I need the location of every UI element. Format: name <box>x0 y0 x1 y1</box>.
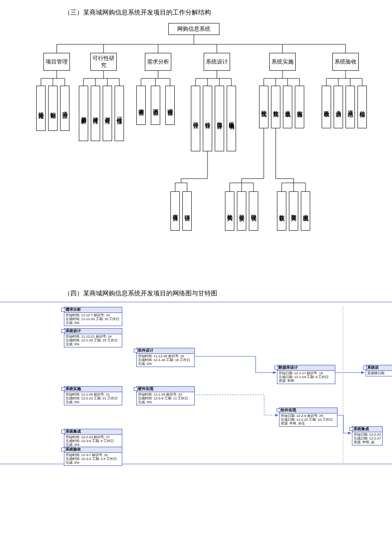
collapse-icon[interactable]: - <box>61 430 65 434</box>
wbs-fs-3: 资金可行性 <box>103 86 112 141</box>
wbs-rq-1: 问卷调查 <box>136 86 146 125</box>
wbs-si-1: 硬件实现 <box>259 86 268 128</box>
wbs-fs-2: 技术可行性 <box>91 86 100 141</box>
wbs-hwi-2: 硬件安装 <box>237 191 246 231</box>
wbs-swd-1: 概要设计 <box>170 191 180 231</box>
wbs-sd-3: 数据库设计 <box>215 86 224 151</box>
wbs-l1-sd: 系统设计 <box>204 53 230 71</box>
wbs-sa-1: 系统验收 <box>322 86 331 128</box>
wbs-swi-3: 系统测试 <box>301 191 310 231</box>
wbs-swi-2: 数据导入 <box>289 191 298 231</box>
collapse-icon[interactable]: - <box>61 448 65 451</box>
wbs-tree: 网购信息系统 项目管理 可行性研究 需求分析 系统设计 系统实施 系统验收 选择… <box>0 21 392 281</box>
collapse-icon[interactable]: - <box>61 387 65 391</box>
net-node-hwi: - 硬件实现 开始时间: 12-1-25 标识号: 22完成时间: 12-2-8… <box>136 386 195 405</box>
wbs-l1-feas: 可行性研究 <box>90 53 117 71</box>
collapse-icon[interactable]: - <box>363 366 367 370</box>
wbs-sd-2: 软件设计 <box>203 86 212 151</box>
section3-title: （三）某商城网购信息系统开发项目的工作分解结构 <box>64 9 392 17</box>
wbs-hwi-3: 硬件调试 <box>249 191 258 231</box>
wbs-pm-1: 选择方法论 <box>36 86 46 131</box>
wbs-l1-si: 系统实施 <box>269 53 296 71</box>
wbs-pm-3: 项目监控 <box>60 86 69 131</box>
net-node-sa: - 系统验收 开始时间: 12-3-7 标识号: 32完成时间: 12-3-9 … <box>64 447 122 466</box>
network-arrows <box>0 302 392 468</box>
wbs-l1-req: 需求分析 <box>145 53 171 71</box>
section4-title: （四）某商城网购信息系统开发项目的网络图与甘特图 <box>64 289 392 298</box>
wbs-hwi-1: 硬件购买 <box>225 191 234 231</box>
wbs-rq-2: 网上调查 <box>151 86 160 125</box>
net-node-sd: - 系统设计 开始时间: 11-12-21 标识号: 14完成时间: 12-1-… <box>64 328 122 347</box>
wbs-l1-pm: 项目管理 <box>43 53 70 71</box>
net-node-sdm: - 系统设 里程碑日期 <box>366 365 392 376</box>
wbs-sd-4: 系统设计说明书 <box>227 86 236 151</box>
net-node-dbd: - 数据库设计 开始日期: 12-1-17 标识号: 19完成日期: 12-1-… <box>277 365 335 384</box>
net-node-req: - 需求分析 开始时间: 11-12-7 标识号: 10完成时间: 11-12-… <box>64 307 122 326</box>
wbs-fs-4: 可行性报告 <box>115 86 124 141</box>
net-node-sintm: - 系统集成 开始日期: 12-2-23 完成日期: 12-2-27 资源: 李… <box>352 426 383 445</box>
wbs-l1-sa: 系统验收 <box>332 53 359 71</box>
collapse-icon[interactable]: - <box>277 408 280 412</box>
net-node-swi: - 软件实现 开始日期: 12-2-9 标识号: 25完成日期: 12-2-22… <box>279 408 337 427</box>
network-diagram: - 需求分析 开始时间: 11-12-7 标识号: 10完成时间: 11-12-… <box>0 302 392 471</box>
wbs-rq-3: 调查报告 <box>165 86 175 125</box>
collapse-icon[interactable]: - <box>274 366 278 370</box>
collapse-icon[interactable]: - <box>134 387 138 391</box>
net-node-swd: - 软件设计 开始时间: 11-12-28 标识号: 16完成时间: 12-1-… <box>136 348 195 367</box>
collapse-icon[interactable]: - <box>61 329 65 333</box>
net-node-sint: - 系统集成 开始时间: 12-2-23 标识号: 27完成时间: 12-3-6… <box>64 429 122 448</box>
wbs-sd-1: 硬件设计 <box>191 86 200 151</box>
wbs-si-2: 软件实现 <box>271 86 280 128</box>
wbs-sa-3: 项目总结 <box>346 86 355 128</box>
collapse-icon[interactable]: - <box>134 349 138 353</box>
wbs-sa-2: 人员培训 <box>334 86 343 128</box>
wbs-si-4: 实施报告 <box>295 86 304 128</box>
wbs-pm-2: 编制计划 <box>48 86 58 131</box>
wbs-swi-1: 软件装载 <box>277 191 286 231</box>
wbs-si-3: 系统集成 <box>283 86 292 128</box>
collapse-icon[interactable]: - <box>61 308 65 312</box>
wbs-swd-2: 详细设计 <box>182 191 192 231</box>
wbs-root: 网购信息系统 <box>168 23 219 35</box>
net-node-si: - 系统实施 开始时间: 12-1-25 标识号: 21完成时间: 12-2-2… <box>64 386 122 405</box>
collapse-icon[interactable]: - <box>349 427 353 431</box>
wbs-sa-4: 总结报告 <box>357 86 367 128</box>
wbs-fs-1: 初步需求分析 <box>79 86 88 141</box>
